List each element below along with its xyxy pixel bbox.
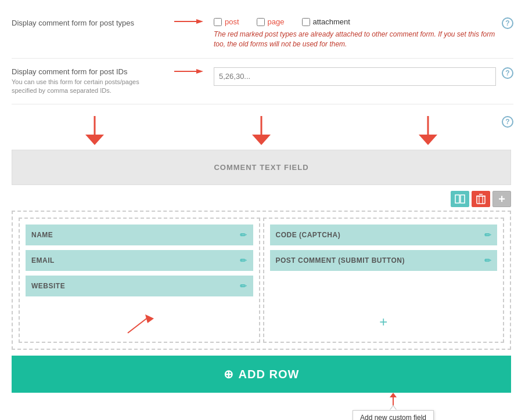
checkbox-post-label: post bbox=[225, 17, 239, 26]
svg-rect-10 bbox=[455, 195, 459, 203]
svg-marker-20 bbox=[390, 393, 397, 397]
checkbox-post[interactable]: post bbox=[214, 17, 239, 26]
svg-rect-11 bbox=[461, 195, 465, 203]
svg-marker-7 bbox=[252, 135, 271, 145]
add-row-icon: ⊕ bbox=[224, 367, 234, 381]
svg-marker-5 bbox=[85, 135, 104, 145]
svg-marker-1 bbox=[196, 19, 203, 24]
field-email-edit-icon[interactable]: ✏ bbox=[240, 256, 247, 265]
checkboxes-row: post page attachment bbox=[214, 17, 496, 26]
help-icon-post-types[interactable]: ? bbox=[502, 17, 513, 29]
field-name[interactable]: NAME ✏ bbox=[26, 225, 253, 245]
field-website-edit-icon[interactable]: ✏ bbox=[240, 281, 247, 291]
svg-rect-12 bbox=[477, 196, 485, 204]
add-row-label: ADD ROW bbox=[239, 368, 300, 381]
checkbox-attachment[interactable]: attachment bbox=[302, 17, 350, 26]
checkbox-page-label: page bbox=[268, 17, 285, 26]
delete-row-button[interactable] bbox=[472, 191, 490, 207]
left-column: NAME ✏ EMAIL ✏ WEBSITE ✏ bbox=[19, 218, 260, 343]
post-ids-input-wrapper bbox=[208, 67, 496, 86]
down-arrow-center bbox=[250, 116, 273, 145]
page-wrapper: Display comment form for post types post… bbox=[0, 0, 525, 420]
add-column-button[interactable]: + bbox=[492, 191, 511, 207]
post-ids-label-block: Display comment form for post IDs You ca… bbox=[12, 67, 174, 96]
post-ids-section: Display comment form for post IDs You ca… bbox=[12, 59, 513, 105]
checkbox-page[interactable]: page bbox=[257, 17, 285, 26]
svg-marker-3 bbox=[196, 69, 203, 74]
field-email[interactable]: EMAIL ✏ bbox=[26, 250, 253, 271]
svg-marker-9 bbox=[419, 135, 437, 145]
add-field-arrow-left bbox=[26, 313, 253, 336]
red-arrow-horizontal-1 bbox=[174, 17, 203, 26]
field-submit-edit-icon[interactable]: ✏ bbox=[484, 256, 492, 265]
field-email-label: EMAIL bbox=[31, 256, 55, 265]
tooltip-arrow bbox=[390, 405, 397, 410]
svg-marker-18 bbox=[145, 314, 154, 323]
down-arrow-right bbox=[416, 116, 440, 145]
field-submit[interactable]: POST COMMENT (SUBMIT BUTTON) ✏ bbox=[270, 250, 498, 271]
columns-toggle-button[interactable] bbox=[451, 191, 469, 207]
red-arrow-horizontal-2 bbox=[174, 67, 203, 75]
post-types-notice: The red marked post types are already at… bbox=[214, 30, 496, 49]
field-captcha[interactable]: CODE (CAPTCHA) ✏ bbox=[270, 225, 498, 245]
add-row-button[interactable]: ⊕ ADD ROW bbox=[12, 356, 511, 393]
post-types-label: Display comment form for post types bbox=[12, 17, 174, 27]
down-arrow-left bbox=[83, 116, 106, 145]
field-captcha-edit-icon[interactable]: ✏ bbox=[484, 230, 492, 240]
help-icon-form-builder[interactable]: ? bbox=[496, 116, 513, 128]
field-name-label: NAME bbox=[31, 231, 53, 239]
field-website[interactable]: WEBSITE ✏ bbox=[26, 276, 253, 296]
tooltip-text: Add new custom field bbox=[353, 410, 434, 420]
form-toolbar: + bbox=[12, 191, 511, 207]
help-icon-post-ids[interactable]: ? bbox=[502, 67, 513, 79]
field-captcha-label: CODE (CAPTCHA) bbox=[276, 231, 341, 239]
checkbox-attachment-label: attachment bbox=[313, 17, 350, 26]
comment-text-field-banner: COMMENT TEXT FIELD bbox=[12, 150, 511, 185]
svg-line-17 bbox=[128, 317, 148, 333]
post-ids-input[interactable] bbox=[214, 67, 496, 86]
post-ids-label: Display comment form for post IDs bbox=[12, 67, 174, 76]
add-field-right-button[interactable]: + bbox=[270, 308, 498, 336]
tooltip-box: Add new custom field bbox=[353, 410, 434, 420]
field-name-edit-icon[interactable]: ✏ bbox=[240, 230, 247, 240]
right-column: CODE (CAPTCHA) ✏ POST COMMENT (SUBMIT BU… bbox=[263, 218, 505, 343]
down-arrows-row bbox=[12, 116, 511, 145]
two-col-wrapper: NAME ✏ EMAIL ✏ WEBSITE ✏ bbox=[12, 211, 511, 350]
field-submit-label: POST COMMENT (SUBMIT BUTTON) bbox=[276, 256, 405, 265]
form-builder-section: ? COMME bbox=[12, 116, 513, 420]
post-types-content: post page attachment The red marked post… bbox=[208, 17, 496, 49]
post-types-section: Display comment form for post types post… bbox=[12, 12, 513, 59]
add-custom-field-tooltip-wrapper: Add new custom field bbox=[273, 393, 513, 420]
post-ids-sub-label: You can use this form for certain posts/… bbox=[12, 78, 157, 96]
field-website-label: WEBSITE bbox=[31, 282, 65, 290]
